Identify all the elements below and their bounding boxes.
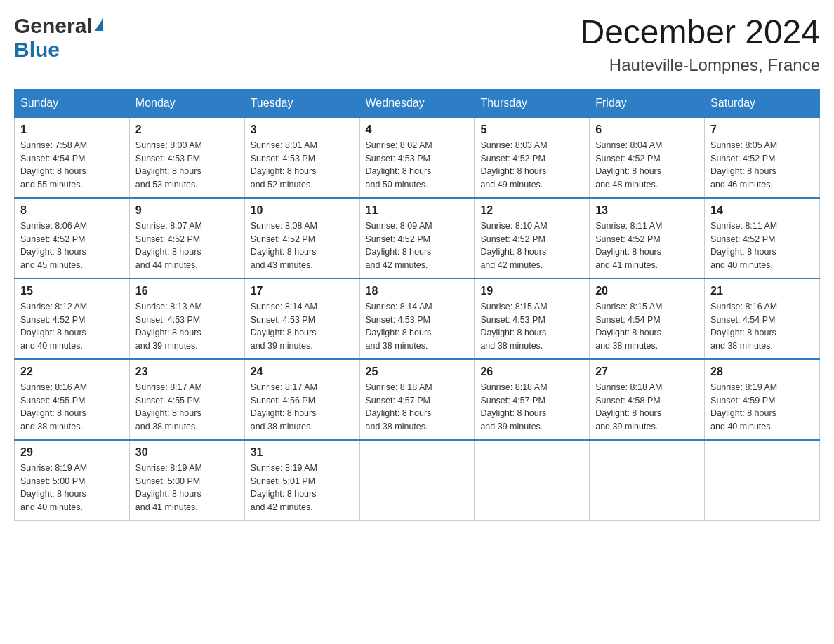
day-info: Sunrise: 8:07 AMSunset: 4:52 PMDaylight:… [135,220,239,272]
col-header-saturday: Saturday [705,89,820,117]
logo: General Blue [14,14,103,62]
calendar-header-row: SundayMondayTuesdayWednesdayThursdayFrid… [15,89,820,117]
month-title: December 2024 [580,14,820,51]
day-info: Sunrise: 8:02 AMSunset: 4:53 PMDaylight:… [366,139,469,192]
day-cell: 2Sunrise: 8:00 AMSunset: 4:53 PMDaylight… [129,117,244,198]
day-cell: 31Sunrise: 8:19 AMSunset: 5:01 PMDayligh… [244,440,359,521]
day-info: Sunrise: 8:04 AMSunset: 4:52 PMDaylight:… [595,139,699,192]
day-cell [475,440,590,521]
day-cell: 27Sunrise: 8:18 AMSunset: 4:58 PMDayligh… [590,359,705,440]
day-cell: 12Sunrise: 8:10 AMSunset: 4:52 PMDayligh… [475,198,590,279]
day-cell: 26Sunrise: 8:18 AMSunset: 4:57 PMDayligh… [475,359,590,440]
day-info: Sunrise: 8:15 AMSunset: 4:54 PMDaylight:… [595,300,699,353]
col-header-friday: Friday [590,89,705,117]
day-cell: 21Sunrise: 8:16 AMSunset: 4:54 PMDayligh… [705,279,820,359]
day-cell: 23Sunrise: 8:17 AMSunset: 4:55 PMDayligh… [129,359,244,440]
week-row-2: 8Sunrise: 8:06 AMSunset: 4:52 PMDaylight… [15,198,820,279]
day-number: 5 [480,123,583,136]
day-number: 7 [710,123,814,136]
day-cell: 25Sunrise: 8:18 AMSunset: 4:57 PMDayligh… [359,359,475,440]
day-number: 21 [710,285,814,297]
day-cell: 20Sunrise: 8:15 AMSunset: 4:54 PMDayligh… [590,279,705,359]
day-cell: 9Sunrise: 8:07 AMSunset: 4:52 PMDaylight… [129,198,244,279]
day-info: Sunrise: 8:11 AMSunset: 4:52 PMDaylight:… [595,220,699,272]
day-number: 31 [251,446,354,459]
day-info: Sunrise: 8:11 AMSunset: 4:52 PMDaylight:… [710,220,814,272]
calendar-table: SundayMondayTuesdayWednesdayThursdayFrid… [14,89,820,521]
day-cell: 6Sunrise: 8:04 AMSunset: 4:52 PMDaylight… [590,117,705,198]
day-info: Sunrise: 8:08 AMSunset: 4:52 PMDaylight:… [251,220,354,272]
day-number: 13 [595,204,699,217]
day-number: 29 [20,446,124,459]
day-info: Sunrise: 8:19 AMSunset: 4:59 PMDaylight:… [710,381,814,434]
day-cell [705,440,820,521]
day-info: Sunrise: 8:19 AMSunset: 5:01 PMDaylight:… [251,462,354,514]
week-row-4: 22Sunrise: 8:16 AMSunset: 4:55 PMDayligh… [15,359,820,440]
day-info: Sunrise: 8:01 AMSunset: 4:53 PMDaylight:… [251,139,354,192]
day-info: Sunrise: 8:13 AMSunset: 4:53 PMDaylight:… [135,300,239,353]
day-info: Sunrise: 8:00 AMSunset: 4:53 PMDaylight:… [135,139,239,192]
col-header-sunday: Sunday [15,89,130,117]
col-header-tuesday: Tuesday [244,89,359,117]
day-number: 9 [135,204,239,217]
day-cell: 5Sunrise: 8:03 AMSunset: 4:52 PMDaylight… [475,117,590,198]
logo-blue-text: Blue [14,38,60,62]
logo-general-text: General [14,14,93,38]
day-info: Sunrise: 8:18 AMSunset: 4:57 PMDaylight:… [366,381,469,434]
day-info: Sunrise: 8:19 AMSunset: 5:00 PMDaylight:… [135,462,239,514]
day-cell [590,440,705,521]
day-info: Sunrise: 8:09 AMSunset: 4:52 PMDaylight:… [366,220,469,272]
day-number: 11 [366,204,469,217]
day-number: 15 [20,285,124,297]
day-number: 25 [366,365,469,378]
col-header-wednesday: Wednesday [359,89,475,117]
day-info: Sunrise: 8:03 AMSunset: 4:52 PMDaylight:… [480,139,583,192]
day-info: Sunrise: 8:12 AMSunset: 4:52 PMDaylight:… [20,300,124,353]
day-number: 4 [366,123,469,136]
day-number: 19 [480,285,583,297]
day-cell: 10Sunrise: 8:08 AMSunset: 4:52 PMDayligh… [244,198,359,279]
day-cell: 7Sunrise: 8:05 AMSunset: 4:52 PMDaylight… [705,117,820,198]
day-number: 12 [480,204,583,217]
day-cell: 29Sunrise: 8:19 AMSunset: 5:00 PMDayligh… [15,440,130,521]
day-number: 3 [251,123,354,136]
day-cell: 14Sunrise: 8:11 AMSunset: 4:52 PMDayligh… [705,198,820,279]
day-cell: 4Sunrise: 8:02 AMSunset: 4:53 PMDaylight… [359,117,475,198]
day-info: Sunrise: 8:10 AMSunset: 4:52 PMDaylight:… [480,220,583,272]
day-number: 22 [20,365,124,378]
day-number: 10 [251,204,354,217]
day-cell: 22Sunrise: 8:16 AMSunset: 4:55 PMDayligh… [15,359,130,440]
day-number: 23 [135,365,239,378]
day-number: 6 [595,123,699,136]
day-info: Sunrise: 8:05 AMSunset: 4:52 PMDaylight:… [710,139,814,192]
col-header-monday: Monday [129,89,244,117]
day-info: Sunrise: 8:16 AMSunset: 4:55 PMDaylight:… [20,381,124,434]
day-info: Sunrise: 8:18 AMSunset: 4:58 PMDaylight:… [595,381,699,434]
day-info: Sunrise: 8:17 AMSunset: 4:55 PMDaylight:… [135,381,239,434]
location-title: Hauteville-Lompnes, France [580,55,820,75]
day-info: Sunrise: 7:58 AMSunset: 4:54 PMDaylight:… [20,139,124,192]
logo-arrow-icon [95,18,103,31]
day-cell: 16Sunrise: 8:13 AMSunset: 4:53 PMDayligh… [129,279,244,359]
logo-blue-label: Blue [14,38,60,61]
day-number: 2 [135,123,239,136]
day-number: 27 [595,365,699,378]
logo-general-row: General [14,14,103,38]
day-number: 1 [20,123,124,136]
week-row-1: 1Sunrise: 7:58 AMSunset: 4:54 PMDaylight… [15,117,820,198]
day-cell: 30Sunrise: 8:19 AMSunset: 5:00 PMDayligh… [129,440,244,521]
day-info: Sunrise: 8:14 AMSunset: 4:53 PMDaylight:… [251,300,354,353]
day-cell: 8Sunrise: 8:06 AMSunset: 4:52 PMDaylight… [15,198,130,279]
day-number: 17 [251,285,354,297]
day-cell: 18Sunrise: 8:14 AMSunset: 4:53 PMDayligh… [359,279,475,359]
day-number: 24 [251,365,354,378]
day-number: 28 [710,365,814,378]
day-info: Sunrise: 8:19 AMSunset: 5:00 PMDaylight:… [20,462,124,514]
day-number: 20 [595,285,699,297]
day-cell: 3Sunrise: 8:01 AMSunset: 4:53 PMDaylight… [244,117,359,198]
day-info: Sunrise: 8:06 AMSunset: 4:52 PMDaylight:… [20,220,124,272]
week-row-3: 15Sunrise: 8:12 AMSunset: 4:52 PMDayligh… [15,279,820,359]
day-number: 16 [135,285,239,297]
day-cell: 28Sunrise: 8:19 AMSunset: 4:59 PMDayligh… [705,359,820,440]
day-info: Sunrise: 8:14 AMSunset: 4:53 PMDaylight:… [366,300,469,353]
